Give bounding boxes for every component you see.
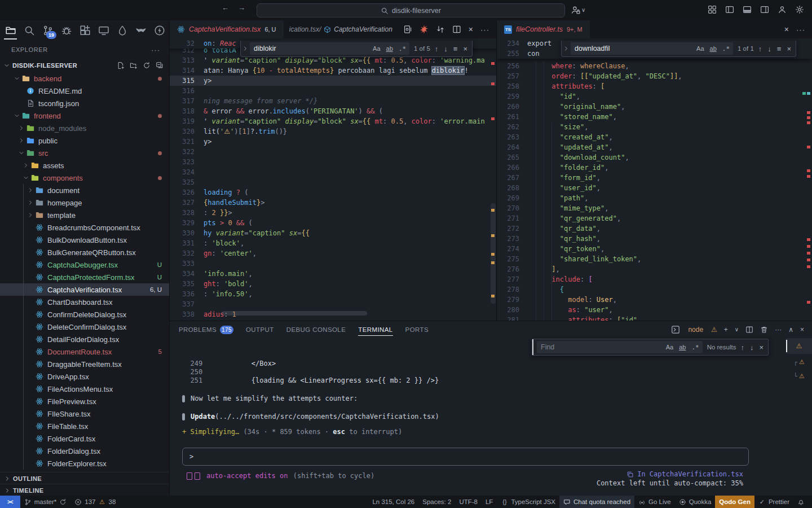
code-line[interactable]: 269 "path", — [497, 193, 812, 203]
activity-item-scm[interactable]: 19 — [39, 21, 56, 40]
regex-icon[interactable]: .* — [690, 343, 700, 352]
match-case-icon[interactable]: Aa — [665, 343, 674, 351]
tree-item-confirmdeletedialog-tsx[interactable]: ConfirmDeleteDialog.tsx — [0, 308, 169, 321]
split-terminal-icon[interactable] — [745, 326, 753, 334]
statusbar-language-mode[interactable]: {}TypeScript JSX — [497, 496, 559, 508]
tree-item-breadcrumbscomponent-tsx[interactable]: BreadcrumbsComponent.tsx — [0, 221, 169, 234]
tree-item-tsconfig-json[interactable]: tsconfig.json — [0, 97, 169, 110]
tree-item-document[interactable]: document — [0, 184, 169, 196]
code-line[interactable]: 265 "download_count", — [497, 152, 812, 163]
code-line[interactable]: 316 — [170, 86, 496, 96]
terminal-tab[interactable]: └⚠ — [786, 370, 812, 382]
toggle-sidebar-right-icon[interactable] — [760, 5, 769, 14]
code-line[interactable]: 270 "mime_type", — [497, 203, 812, 213]
code-line[interactable]: 337 — [170, 299, 496, 309]
tree-item-deleteconfirmdialog-tsx[interactable]: DeleteConfirmDialog.tsx — [0, 321, 169, 333]
code-line[interactable]: 281 attributes: ["id", — [497, 315, 812, 321]
tree-item-homepage[interactable]: homepage — [0, 196, 169, 209]
code-line[interactable]: 276 ], — [497, 264, 812, 274]
toggle-panel-icon[interactable] — [743, 5, 752, 14]
tree-item-captchaverification-tsx[interactable]: CaptchaVerification.tsx6, U — [0, 283, 169, 296]
statusbar-qodo-gen[interactable]: Qodo Gen — [715, 496, 754, 508]
panel-tab-debug-console[interactable]: DEBUG CONSOLE — [286, 321, 346, 338]
code-editor-filecontroller[interactable]: 256 where: whereClause,257 order: [["upd… — [497, 38, 812, 321]
code-line[interactable]: 327{handleSubmit}> — [170, 198, 496, 208]
tree-item-captchaprotectedform-tsx[interactable]: CaptchaProtectedForm.tsxU — [0, 271, 169, 283]
new-file-icon[interactable] — [117, 62, 125, 69]
code-line[interactable]: 259 "id", — [497, 91, 812, 102]
new-terminal-icon[interactable]: + — [724, 326, 728, 333]
tree-item-detailfolderdialog-tsx[interactable]: DetailFolderDialog.tsx — [0, 333, 169, 345]
new-folder-icon[interactable] — [130, 62, 138, 69]
statusbar-prettier[interactable]: ✓Prettier — [754, 496, 793, 508]
customize-layout-icon[interactable] — [708, 5, 717, 14]
code-line[interactable]: 334'info.main', — [170, 269, 496, 279]
tree-item-folderdialog-tsx[interactable]: FolderDialog.tsx — [0, 445, 169, 457]
code-line[interactable]: 328: 2 }}> — [170, 208, 496, 218]
close-editor-icon[interactable]: × — [784, 25, 789, 34]
tree-item-src[interactable]: src — [0, 147, 169, 159]
code-line[interactable]: 256 where: whereClause, — [497, 61, 812, 71]
code-line[interactable]: 324 — [170, 167, 496, 177]
tree-item-fileactionsmenu-tsx[interactable]: FileActionsMenu.tsx — [0, 383, 169, 395]
activity-item-search[interactable] — [21, 21, 37, 40]
panel-tab-output[interactable]: OUTPUT — [246, 321, 274, 338]
tree-item-template[interactable]: template — [0, 209, 169, 221]
activity-item-bug[interactable] — [58, 21, 74, 40]
statusbar-chat-quota[interactable]: Chat quota reached — [559, 496, 634, 508]
account-icon[interactable] — [778, 5, 787, 14]
statusbar-git-branch[interactable]: master* — [20, 496, 71, 508]
find-next-icon[interactable]: ↓ — [750, 343, 754, 352]
starburst-extension-icon[interactable] — [420, 25, 429, 34]
code-line[interactable]: 335ght: 'bold', — [170, 279, 496, 289]
panel-tab-ports[interactable]: PORTS — [405, 321, 429, 338]
kill-terminal-icon[interactable] — [760, 326, 768, 334]
code-line[interactable]: 272 "qr_data", — [497, 224, 812, 234]
tree-item-driveapp-tsx[interactable]: DriveApp.tsx — [0, 370, 169, 383]
code-line[interactable]: 326loading ? ( — [170, 187, 496, 198]
compare-changes-icon[interactable] — [436, 25, 445, 34]
gear-icon[interactable] — [795, 5, 804, 14]
activity-item-files[interactable] — [2, 21, 19, 40]
toggle-sidebar-left-icon[interactable] — [725, 5, 734, 14]
tree-item-readme-md[interactable]: README.md — [0, 85, 169, 97]
code-line[interactable]: 314atan: Hanya {10 - totalAttempts} perc… — [170, 65, 496, 76]
code-line[interactable]: 264 "updated_at", — [497, 142, 812, 152]
editor-more-icon[interactable]: ··· — [796, 25, 805, 34]
activity-item-extensions[interactable] — [77, 21, 93, 40]
terminal-tab-active[interactable]: ⚠ — [786, 338, 812, 354]
code-line[interactable]: 261 "stored_name", — [497, 112, 812, 122]
find-input-box[interactable]: diblokirAaab.* — [250, 42, 409, 55]
regex-icon[interactable]: .* — [398, 45, 407, 53]
find-prev-icon[interactable]: ↑ — [740, 343, 744, 352]
match-case-icon[interactable]: Aa — [695, 45, 705, 52]
find-in-selection-icon[interactable]: ≡ — [453, 45, 458, 53]
tree-item-draggabletreeitem-tsx[interactable]: DraggableTreeItem.tsx — [0, 358, 169, 370]
code-line[interactable]: 273 "qr_hash", — [497, 234, 812, 244]
code-line[interactable]: 279 model: User, — [497, 295, 812, 305]
statusbar-problems-summary[interactable]: 137⚠38 — [70, 496, 120, 508]
outline-section[interactable]: OUTLINE — [0, 472, 169, 484]
find-input[interactable]: downloadfil — [575, 45, 692, 52]
find-prev-icon[interactable]: ↑ — [758, 45, 762, 53]
terminal-dropdown-icon[interactable]: ∨ — [735, 327, 739, 332]
code-line[interactable]: 330hy variant="caption" sx={{ — [170, 228, 496, 238]
code-line[interactable]: 268 "user_id", — [497, 183, 812, 193]
code-line[interactable]: 319' variant="caption" display="block" s… — [170, 116, 496, 126]
tree-item-node-modules[interactable]: node_modules — [0, 122, 169, 134]
code-line[interactable]: 315y> — [170, 76, 496, 86]
code-line[interactable]: 280 as: "user", — [497, 305, 812, 315]
whole-word-icon[interactable]: ab — [709, 45, 718, 52]
code-line[interactable]: 336: 'info.50', — [170, 289, 496, 299]
tab-filecontroller[interactable]: TSfileController.ts9+, M — [497, 20, 590, 38]
tree-item-bulkgenerateqrbutton-tsx[interactable]: BulkGenerateQRButton.tsx — [0, 246, 169, 259]
find-input-box[interactable]: downloadfilAaab.* — [571, 42, 733, 55]
tree-item-assets[interactable]: assets — [0, 159, 169, 172]
workspace-root[interactable]: DISDIK-FILESERVER — [0, 59, 169, 72]
code-line[interactable]: 275 "shared_link_token", — [497, 254, 812, 264]
tree-item-foldercard-tsx[interactable]: FolderCard.tsx — [0, 432, 169, 445]
terminal-tab[interactable]: ┌⚠ — [786, 354, 812, 370]
editor-more-icon[interactable]: ··· — [480, 25, 489, 34]
tree-item-filetable-tsx[interactable]: FileTable.tsx — [0, 420, 169, 432]
whole-word-icon[interactable]: ab — [385, 45, 394, 52]
